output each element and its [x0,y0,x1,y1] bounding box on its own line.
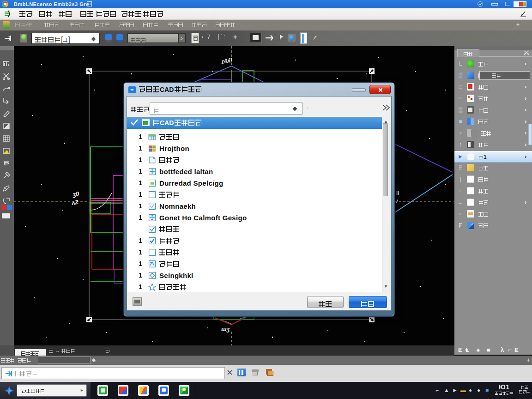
svg-text:ǀǀ: ǀǀ [396,190,399,196]
svg-text:ʒ0: ʒ0 [72,190,80,199]
svg-text:ɯʒ: ɯʒ [221,326,230,332]
svg-text:/: / [396,199,399,204]
svg-text:ʌ2: ʌ2 [71,199,79,207]
